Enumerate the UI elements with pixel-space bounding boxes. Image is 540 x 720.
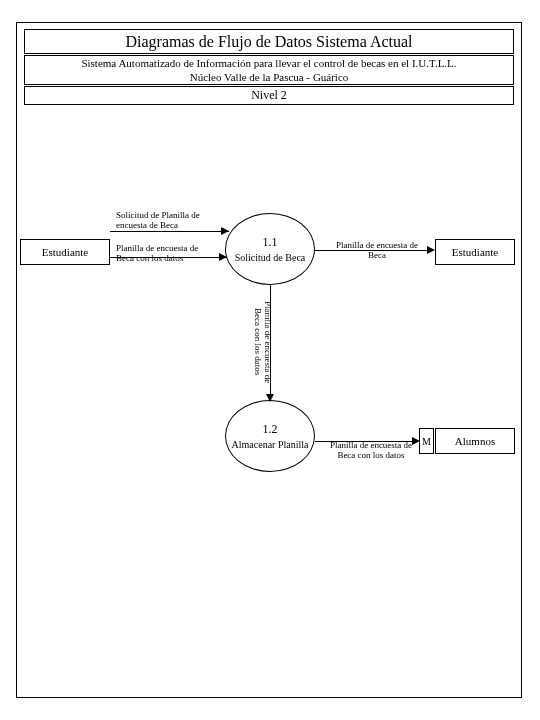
process-1-2-num: 1.2: [263, 422, 278, 437]
flow-label-vertical: Planilla de encuesta de Beca con los dat…: [253, 292, 273, 392]
arrowhead-icon: [266, 394, 274, 402]
process-1-1-num: 1.1: [263, 235, 278, 250]
subtitle-line2: Núcleo Valle de la Pascua - Guárico: [190, 71, 349, 83]
subtitle-box: Sistema Automatizado de Información para…: [24, 55, 514, 85]
entity-alumnos-label: Alumnos: [455, 435, 495, 447]
flow-label-solicitud: Solicitud de Planilla de encuesta de Bec…: [116, 210, 226, 230]
flow-label-to-alumnos: Planilla de encuesta de Beca con los dat…: [316, 440, 426, 460]
level-text: Nivel 2: [251, 88, 287, 102]
level-box: Nivel 2: [24, 86, 514, 105]
dfd-page: Diagramas de Flujo de Datos Sistema Actu…: [0, 0, 540, 720]
process-1-1: 1.1 Solicitud de Beca: [225, 213, 315, 285]
process-1-2: 1.2 Almacenar Planilla: [225, 400, 315, 472]
flow-arrow: [110, 231, 229, 232]
process-1-2-name: Almacenar Planilla: [232, 439, 309, 450]
entity-estudiante-right: Estudiante: [435, 239, 515, 265]
process-1-1-name: Solicitud de Beca: [235, 252, 306, 263]
subtitle-line1: Sistema Automatizado de Información para…: [81, 57, 456, 69]
entity-left-label: Estudiante: [42, 246, 88, 258]
entity-estudiante-left: Estudiante: [20, 239, 110, 265]
title-box: Diagramas de Flujo de Datos Sistema Actu…: [24, 29, 514, 54]
entity-alumnos: Alumnos: [435, 428, 515, 454]
flow-label-planilla-beca: Planilla de encuesta de Beca: [322, 240, 432, 260]
flow-label-planilla-datos: Planilla de encuesta de Beca con los dat…: [116, 243, 226, 263]
entity-right-label: Estudiante: [452, 246, 498, 258]
title-text: Diagramas de Flujo de Datos Sistema Actu…: [125, 33, 412, 50]
